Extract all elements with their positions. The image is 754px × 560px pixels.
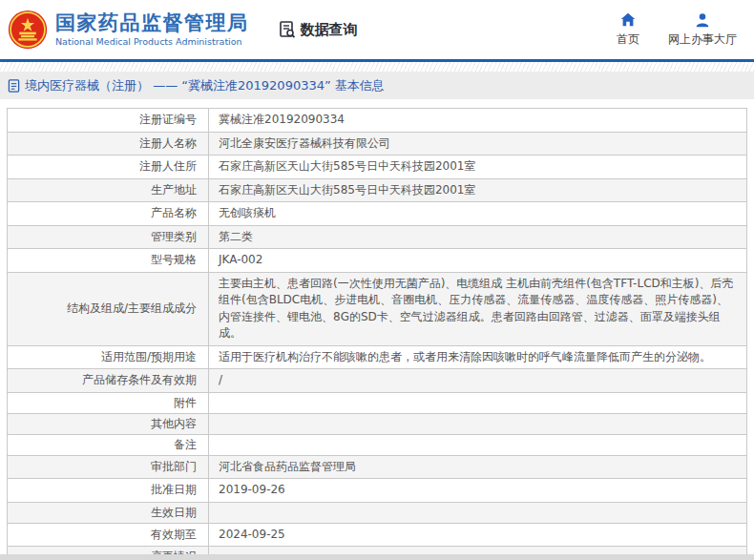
row-label: 型号规格 [8,249,209,272]
nav-item-home[interactable]: 首页 [617,11,639,48]
row-label: 管理类别 [8,226,209,249]
row-value-text: 主要由主机、患者回路(一次性使用无菌产品)、电缆组成 主机由前壳组件(包含TFT… [219,276,737,342]
row-value: 石家庄高新区天山大街585号日中天科技园2001室 [209,179,746,202]
table-row: 备注 [8,435,746,456]
row-label: 产品储存条件及有效期 [8,369,209,392]
row-label-text: 批准日期 [151,482,197,498]
row-label-text: 结构及组成/主要组成成分 [67,301,197,317]
row-value-text: 河北省食品药品监督管理局 [219,459,356,476]
row-label: 注册人住所 [8,156,209,178]
row-label-text: 附件 [174,395,197,411]
row-label-text: 产品名称 [151,205,197,221]
row-value [209,393,746,413]
data-query-tab[interactable]: 数据查询 [278,20,358,39]
table-row: 产品储存条件及有效期/ [8,369,746,393]
footer-strip [0,554,754,560]
breadcrumb: 境内医疗器械（注册） —— “冀械注准20192090334” 基本信息 [0,72,754,99]
row-label-text: 注册人名称 [139,135,197,152]
row-value: / [209,369,746,392]
row-value-text: 2024-09-25 [219,527,285,544]
row-value-text: JKA-002 [219,252,262,269]
row-value: 石家庄高新区天山大街585号日中天科技园2001室 [209,156,746,178]
row-label: 注册人名称 [8,133,209,156]
row-value [209,414,746,434]
nmpa-logo[interactable]: 国家药品监督管理局 National Medical Products Admi… [8,10,249,50]
org-names: 国家药品监督管理局 National Medical Products Admi… [55,11,249,47]
row-value: 适用于医疗机构治疗不能咳嗽的患者，或者用来清除因咳嗽时的呼气峰流量降低而产生的分… [209,346,746,369]
row-label-text: 有效期至 [151,527,197,543]
row-label-text: 产品储存条件及有效期 [82,372,197,388]
row-value-text: 2019-09-26 [219,482,285,499]
row-label-text: 型号规格 [151,252,197,268]
row-value-text: 适用于医疗机构治疗不能咳嗽的患者，或者用来清除因咳嗽时的呼气峰流量降低而产生的分… [219,349,711,366]
home-icon [619,11,637,29]
table-row: 适用范围/预期用途适用于医疗机构治疗不能咳嗽的患者，或者用来清除因咳嗽时的呼气峰… [8,346,746,370]
row-value: 河北省食品药品监督管理局 [209,456,746,479]
table-row: 生效日期 [8,503,746,524]
row-value: 2019-09-26 [209,479,746,502]
row-value: JKA-002 [209,249,746,272]
row-value-text: 冀械注准20192090334 [219,112,345,129]
row-label: 适用范围/预期用途 [8,346,209,369]
row-label: 有效期至 [8,524,209,547]
row-value: 主要由主机、患者回路(一次性使用无菌产品)、电缆组成 主机由前壳组件(包含TFT… [209,273,746,345]
nav-item-label: 首页 [617,31,639,48]
row-label-text: 备注 [174,437,197,453]
row-label: 其他内容 [8,414,209,434]
table-row: 结构及组成/主要组成成分主要由主机、患者回路(一次性使用无菌产品)、电缆组成 主… [8,273,746,346]
org-name-en: National Medical Products Administration [55,37,249,48]
row-label-text: 生效日期 [151,505,197,521]
table-row: 其他内容 [8,414,746,435]
row-label: 批准日期 [8,479,209,502]
row-value: 冀械注准20192090334 [209,109,746,132]
row-label: 产品名称 [8,202,209,225]
row-value-text: 无创咳痰机 [219,205,276,222]
row-value-text: 第二类 [219,229,253,246]
row-label: 结构及组成/主要组成成分 [8,273,209,345]
table-row: 管理类别第二类 [8,226,746,250]
row-value: 河北全康安医疗器械科技有限公司 [209,133,746,156]
row-value-text: 石家庄高新区天山大街585号日中天科技园2001室 [219,182,475,199]
data-query-label: 数据查询 [301,21,358,39]
texture-strip [0,62,754,72]
row-value: 2024-09-25 [209,524,746,547]
row-value [209,503,746,523]
table-row: 注册证编号冀械注准20192090334 [8,109,746,133]
table-row: 审批部门河北省食品药品监督管理局 [8,456,746,480]
row-label: 备注 [8,435,209,455]
document-icon [8,79,20,93]
row-label-text: 其他内容 [151,416,197,432]
page-header: 国家药品监督管理局 National Medical Products Admi… [0,0,754,59]
row-label-text: 生产地址 [151,182,197,198]
national-emblem-icon [8,10,48,50]
nav-item-service-hall[interactable]: 网上办事大厅 [668,11,737,48]
table-row: 注册人住所石家庄高新区天山大街585号日中天科技园2001室 [8,156,746,179]
row-label: 审批部门 [8,456,209,479]
top-nav: 首页 网上办事大厅 [617,11,737,48]
document-search-icon [278,20,297,39]
row-label-text: 适用范围/预期用途 [101,349,197,365]
row-label-text: 审批部门 [151,459,197,475]
org-name-cn: 国家药品监督管理局 [55,11,249,34]
table-row: 注册人名称河北全康安医疗器械科技有限公司 [8,133,746,156]
table-row: 批准日期2019-09-26 [8,479,746,503]
row-label: 生效日期 [8,503,209,523]
row-label-text: 注册人住所 [139,158,197,175]
row-value-text: 石家庄高新区天山大街585号日中天科技园2001室 [219,158,475,176]
row-value-text: / [219,372,222,389]
table-row: 附件 [8,393,746,414]
row-label: 附件 [8,393,209,413]
row-label: 生产地址 [8,179,209,202]
table-row: 有效期至2024-09-25 [8,524,746,548]
row-value [209,435,746,455]
info-table: 注册证编号冀械注准20192090334注册人名称河北全康安医疗器械科技有限公司… [7,108,747,560]
row-label: 注册证编号 [8,109,209,132]
user-icon [694,11,711,29]
row-value-text: 河北全康安医疗器械科技有限公司 [219,135,390,153]
table-row: 生产地址石家庄高新区天山大街585号日中天科技园2001室 [8,179,746,203]
row-label-text: 管理类别 [151,229,197,245]
row-label-text: 注册证编号 [139,112,197,128]
row-value: 无创咳痰机 [209,202,746,225]
row-value: 第二类 [209,226,746,249]
breadcrumb-text: 境内医疗器械（注册） —— “冀械注准20192090334” 基本信息 [25,77,385,94]
